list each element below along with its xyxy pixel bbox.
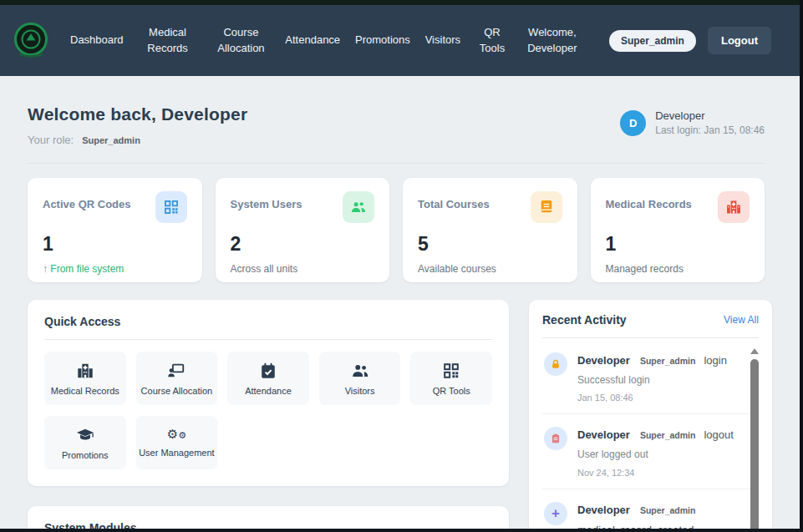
scrollbar-thumb[interactable] xyxy=(750,359,759,532)
stat-subtext: ↑ From file system xyxy=(43,263,187,275)
main-nav: Dashboard Medical Records Course Allocat… xyxy=(70,25,581,57)
calendar-check-icon xyxy=(259,362,277,380)
profile-last-login: Last login: Jan 15, 08:46 xyxy=(655,124,765,136)
nav-course-allocation[interactable]: Course Allocation xyxy=(211,25,270,57)
panel-divider xyxy=(542,337,759,338)
activity-action: logout xyxy=(704,428,733,441)
scroll-up-arrow[interactable] xyxy=(750,348,759,354)
role-label: Your role: xyxy=(28,134,74,146)
quick-access-medical-records[interactable]: Medical Records xyxy=(44,352,126,405)
activity-time: Jan 15, 08:46 xyxy=(577,393,727,403)
avatar: D xyxy=(620,110,646,136)
tile-label: Attendance xyxy=(245,386,292,396)
hospital-icon xyxy=(76,362,94,380)
tile-label: Course Allocation xyxy=(141,386,213,396)
activity-action: login xyxy=(704,354,726,367)
graduation-cap-icon xyxy=(76,426,94,444)
activity-detail: Successful login xyxy=(577,373,727,388)
chalkboard-user-icon xyxy=(167,362,186,380)
stat-subtext: Managed records xyxy=(606,263,750,275)
activity-scrollbar xyxy=(750,347,760,532)
activity-time: Nov 24, 12:34 xyxy=(577,468,734,478)
quick-access-visitors[interactable]: Visitors xyxy=(319,352,401,405)
users-icon xyxy=(343,191,374,223)
plus-icon: + xyxy=(544,502,567,525)
stat-subtext: Across all units xyxy=(231,263,375,275)
nav-welcome-user: Welcome, Developer xyxy=(524,25,581,57)
activity-item-medical-record-created: + DeveloperSuper_admin medical_record_cr… xyxy=(542,489,759,532)
quick-access-panel: Quick Access Medical Records xyxy=(28,300,509,486)
stat-card-system-users: System Users 2 Across all units xyxy=(216,178,390,282)
activity-item-logout: DeveloperSuper_adminlogout User logged o… xyxy=(542,414,759,489)
stat-title: Medical Records xyxy=(606,191,692,210)
stat-card-total-courses: Total Courses 5 Available courses xyxy=(403,178,577,282)
stat-value: 1 xyxy=(43,233,187,256)
book-icon xyxy=(531,191,562,223)
system-modules-panel: System Modules xyxy=(28,506,509,532)
welcome-section: Welcome back, Developer Your role:Super_… xyxy=(28,104,765,146)
stat-title: Active QR Codes xyxy=(43,191,130,210)
activity-list: DeveloperSuper_adminlogin Successful log… xyxy=(542,340,759,532)
logout-button[interactable]: Logout xyxy=(708,27,771,54)
quick-access-title: Quick Access xyxy=(44,315,492,328)
nav-medical-records[interactable]: Medical Records xyxy=(139,25,197,57)
activity-action: medical_record_created xyxy=(577,524,734,532)
tile-label: Promotions xyxy=(62,450,109,460)
profile-summary: D Developer Last login: Jan 15, 08:46 xyxy=(620,109,765,136)
content-row: Quick Access Medical Records xyxy=(28,300,765,532)
role-value: Super_admin xyxy=(82,135,140,145)
tile-label: Medical Records xyxy=(51,386,119,396)
activity-role: Super_admin xyxy=(640,430,696,440)
quick-access-promotions[interactable]: Promotions xyxy=(44,416,126,469)
panel-divider xyxy=(44,339,492,340)
view-all-link[interactable]: View All xyxy=(724,314,759,326)
activity-user: Developer xyxy=(577,504,630,516)
nav-attendance[interactable]: Attendance xyxy=(285,33,340,48)
school-crest-icon xyxy=(13,21,48,61)
stat-value: 5 xyxy=(418,233,562,256)
nav-promotions[interactable]: Promotions xyxy=(355,33,410,48)
activity-user: Developer xyxy=(577,428,630,441)
quick-access-grid: Medical Records Course Allocation xyxy=(44,352,492,469)
stat-subtext: Available courses xyxy=(418,263,562,275)
page-title: Welcome back, Developer xyxy=(28,104,247,124)
quick-access-attendance[interactable]: Attendance xyxy=(227,352,309,405)
quick-access-course-allocation[interactable]: Course Allocation xyxy=(136,352,218,405)
tile-label: Visitors xyxy=(345,386,375,396)
user-role-line: Your role:Super_admin xyxy=(28,134,247,146)
stat-cards-row: Active QR Codes 1 ↑ From file system Sys… xyxy=(28,178,765,282)
qr-code-icon xyxy=(442,362,460,380)
stat-card-medical-records: Medical Records 1 Managed records xyxy=(591,178,765,282)
tile-label: QR Tools xyxy=(433,386,470,396)
nav-visitors[interactable]: Visitors xyxy=(425,33,460,48)
quick-access-qr-tools[interactable]: QR Tools xyxy=(410,352,492,405)
activity-user: Developer xyxy=(577,354,630,367)
clipboard-icon xyxy=(544,427,567,450)
stat-title: Total Courses xyxy=(418,191,490,210)
nav-dashboard[interactable]: Dashboard xyxy=(70,33,124,48)
hospital-icon xyxy=(718,191,750,223)
recent-activity-title: Recent Activity xyxy=(542,313,627,327)
quick-access-user-management[interactable]: ⚙⚙ User Management xyxy=(136,416,218,469)
stat-title: System Users xyxy=(231,191,302,210)
stat-value: 1 xyxy=(606,233,750,256)
activity-role: Super_admin xyxy=(640,356,696,366)
activity-role: Super_admin xyxy=(640,505,696,515)
stat-value: 2 xyxy=(231,233,375,256)
users-icon xyxy=(351,362,369,380)
screen: Dashboard Medical Records Course Allocat… xyxy=(0,0,803,532)
qr-code-icon xyxy=(155,191,187,223)
profile-name: Developer xyxy=(655,109,765,122)
activity-detail: User logged out xyxy=(577,448,734,462)
app-logo xyxy=(13,21,48,61)
user-gears-icon: ⚙⚙ xyxy=(167,428,186,442)
activity-item-login: DeveloperSuper_adminlogin Successful log… xyxy=(542,340,759,414)
system-modules-title: System Modules xyxy=(44,521,492,532)
lock-icon xyxy=(544,352,567,376)
dashboard-main: Welcome back, Developer Your role:Super_… xyxy=(0,76,800,532)
nav-qr-tools[interactable]: QR Tools xyxy=(475,25,509,57)
section-divider xyxy=(28,163,765,164)
top-nav: Dashboard Medical Records Course Allocat… xyxy=(0,5,800,76)
role-badge: Super_admin xyxy=(609,30,696,52)
left-column: Quick Access Medical Records xyxy=(28,300,509,532)
